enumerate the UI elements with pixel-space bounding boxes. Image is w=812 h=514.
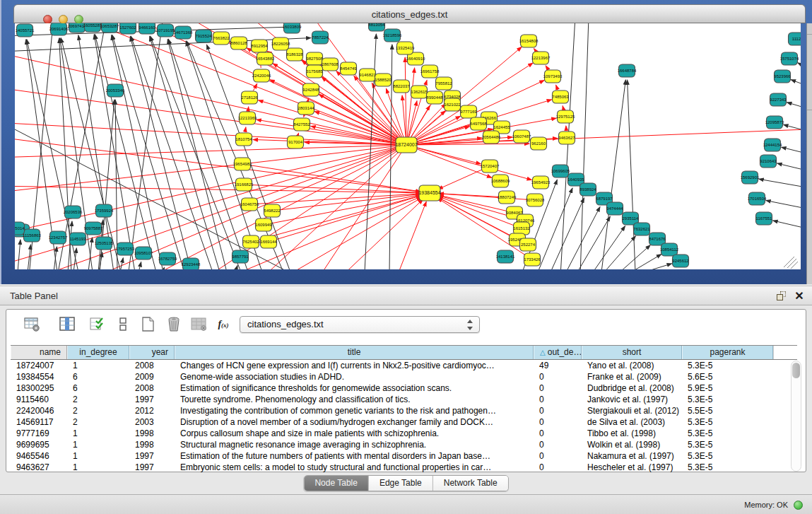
float-panel-icon[interactable]	[777, 291, 787, 301]
table-row[interactable]: 1830029562008Estimation of significance …	[11, 382, 797, 394]
table-cell[interactable]: Disruption of a novel member of a sodium…	[175, 416, 534, 428]
table-cell[interactable]: 9777169	[11, 428, 67, 439]
table-cell[interactable]: 22420046	[11, 405, 67, 416]
table-cell[interactable]: 1998	[129, 428, 175, 439]
table-cell[interactable]: 1998	[129, 439, 175, 450]
table-row[interactable]: 1938455462009Genome-wide association stu…	[11, 371, 797, 382]
memory-status-indicator[interactable]	[794, 501, 803, 510]
table-cell[interactable]: 49	[534, 360, 582, 371]
table-cell[interactable]: 18300295	[11, 382, 67, 394]
table-cell[interactable]: 5.3E-5	[682, 394, 773, 405]
table-row[interactable]: 2242004622012Investigating the contribut…	[11, 405, 797, 416]
table-row[interactable]: 946362711997Embryonic stem cells: a mode…	[11, 462, 797, 473]
network-window-titlebar[interactable]: citations_edges.txt	[13, 4, 806, 23]
table-cell[interactable]: 5.3E-5	[682, 428, 773, 439]
table-row[interactable]: 977716911998Corpus callosum shape and si…	[11, 428, 797, 439]
network-view-canvas[interactable]: 1872400719384554140557212069140620697416…	[15, 23, 801, 269]
table-cell[interactable]: 1997	[129, 450, 175, 462]
table-cell[interactable]: 19384554	[11, 371, 67, 382]
select-all-button[interactable]	[87, 315, 108, 334]
table-cell[interactable]: 1	[67, 462, 129, 473]
table-cell[interactable]: Changes of HCN gene expression and I(f) …	[175, 360, 534, 371]
table-cell[interactable]: Estimation of the future numbers of pati…	[175, 450, 534, 462]
table-cell[interactable]: Tibbo et al. (1998)	[582, 428, 682, 439]
table-cell[interactable]: Tourette syndrome. Phenomenology and cla…	[175, 394, 534, 405]
table-cell[interactable]: 9699695	[11, 439, 67, 450]
table-cell[interactable]: 9465546	[11, 450, 67, 462]
table-cell[interactable]: 2	[67, 405, 129, 416]
table-cell[interactable]: Genome-wide association studies in ADHD.	[175, 371, 534, 382]
column-header-name[interactable]: name	[11, 346, 67, 359]
table-cell[interactable]: 5.3E-5	[682, 360, 773, 371]
table-row[interactable]: 911546021997Tourette syndrome. Phenomeno…	[11, 394, 797, 405]
column-settings-button[interactable]	[22, 315, 43, 334]
tab-node-table[interactable]: Node Table	[304, 476, 369, 491]
create-column-button[interactable]	[138, 315, 159, 334]
table-cell[interactable]: Dudbridge et al. (2008)	[582, 382, 682, 394]
column-header-in_degree[interactable]: in_degree	[67, 346, 129, 359]
table-cell[interactable]: 0	[534, 416, 582, 428]
table-cell[interactable]: 0	[534, 428, 582, 439]
delete-column-button[interactable]	[163, 315, 184, 334]
table-cell[interactable]: 2	[67, 416, 129, 428]
close-panel-icon[interactable]: ✕	[794, 290, 805, 303]
column-header-year[interactable]: year	[129, 346, 175, 359]
table-cell[interactable]: 2008	[129, 382, 175, 394]
table-cell[interactable]: 5.3E-5	[682, 416, 773, 428]
table-cell[interactable]: 18724007	[11, 360, 67, 371]
table-cell[interactable]: 1	[67, 439, 129, 450]
table-cell[interactable]: Corpus callosum shape and size in male p…	[175, 428, 534, 439]
table-cell[interactable]: 5.5E-5	[682, 405, 773, 416]
table-cell[interactable]: 2003	[129, 416, 175, 428]
table-cell[interactable]: 2012	[129, 405, 175, 416]
table-cell[interactable]: Embryonic stem cells: a model to study s…	[175, 462, 534, 473]
table-cell[interactable]: 5.9E-5	[682, 382, 773, 394]
tab-network-table[interactable]: Network Table	[433, 476, 508, 491]
table-cell[interactable]: Wolkin et al. (1998)	[582, 439, 682, 450]
function-builder-button[interactable]: f(x)	[213, 315, 234, 334]
table-cell[interactable]: 1	[67, 360, 129, 371]
table-cell[interactable]: 0	[534, 450, 582, 462]
column-header-pagerank[interactable]: pagerank	[682, 346, 773, 359]
table-cell[interactable]: 2009	[129, 371, 175, 382]
table-cell[interactable]: 9463627	[11, 462, 67, 473]
delete-table-button[interactable]	[189, 315, 210, 334]
table-cell[interactable]: 0	[534, 382, 582, 394]
table-cell[interactable]: 0	[534, 371, 582, 382]
table-cell[interactable]: 1	[67, 450, 129, 462]
show-columns-button[interactable]	[57, 315, 78, 334]
table-cell[interactable]: de Silva et al. (2003)	[582, 416, 682, 428]
table-cell[interactable]: 0	[534, 439, 582, 450]
table-cell[interactable]: 0	[534, 394, 582, 405]
tab-edge-table[interactable]: Edge Table	[369, 476, 433, 491]
table-row[interactable]: 946554611997Estimation of the future num…	[11, 450, 797, 462]
table-cell[interactable]: 6	[67, 371, 129, 382]
table-cell[interactable]: 0	[534, 462, 582, 473]
row-height-button[interactable]	[112, 315, 134, 334]
table-cell[interactable]: 5.6E-5	[682, 371, 773, 382]
table-cell[interactable]: 5.3E-5	[682, 450, 773, 462]
table-cell[interactable]: 6	[67, 382, 129, 394]
table-cell[interactable]: 5.3E-5	[682, 462, 773, 473]
table-cell[interactable]: 1997	[129, 462, 175, 473]
table-cell[interactable]: 2	[67, 394, 129, 405]
table-cell[interactable]: Franke et al. (2009)	[582, 371, 682, 382]
table-cell[interactable]: 2008	[129, 360, 175, 371]
vertical-scrollbar[interactable]	[791, 361, 801, 472]
table-cell[interactable]: Yano et al. (2008)	[582, 360, 682, 371]
column-header-out_de[interactable]: △out_de…	[534, 346, 582, 359]
table-cell[interactable]: Structural magnetic resonance image aver…	[175, 439, 534, 450]
column-header-title[interactable]: title	[175, 346, 534, 359]
table-cell[interactable]: 1	[67, 428, 129, 439]
table-select-dropdown[interactable]: citations_edges.txt	[240, 316, 480, 333]
table-cell[interactable]: 1997	[129, 394, 175, 405]
table-cell[interactable]: 14569117	[11, 416, 67, 428]
table-row[interactable]: 1456911722003Disruption of a novel membe…	[11, 416, 797, 428]
table-cell[interactable]: Nakamura et al. (1997)	[582, 450, 682, 462]
table-row[interactable]: 969969511998Structural magnetic resonanc…	[11, 439, 797, 450]
table-row[interactable]: 1872400712008Changes of HCN gene express…	[11, 360, 797, 371]
table-cell[interactable]: Hescheler et al. (1997)	[582, 462, 682, 473]
table-cell[interactable]: 5.3E-5	[682, 439, 773, 450]
table-cell[interactable]: Jankovic et al. (1997)	[582, 394, 682, 405]
table-cell[interactable]: Estimation of significance thresholds fo…	[175, 382, 534, 394]
